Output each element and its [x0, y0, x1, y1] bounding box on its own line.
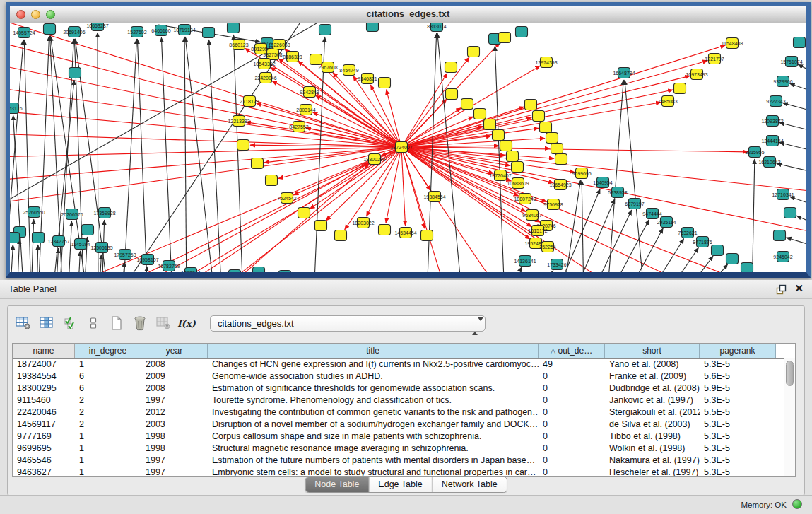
graph-edge[interactable] — [31, 219, 34, 272]
graph-node[interactable] — [794, 37, 806, 48]
minimize-window-button[interactable] — [31, 10, 40, 19]
graph-node[interactable] — [279, 271, 291, 273]
table-row[interactable]: 911546021997Tourette syndrome. Phenomeno… — [13, 395, 784, 407]
graph-node[interactable] — [468, 47, 480, 57]
graph-edge[interactable] — [495, 46, 505, 272]
graph-edge[interactable] — [401, 128, 539, 147]
graph-node[interactable] — [266, 175, 278, 186]
graph-node[interactable] — [507, 151, 519, 162]
graph-edge[interactable] — [798, 64, 806, 71]
graph-edge[interactable] — [796, 216, 806, 223]
graph-node[interactable] — [298, 208, 310, 218]
table-row[interactable]: 977716911998Corpus callosum shape and si… — [13, 431, 784, 443]
graph-node[interactable] — [229, 270, 241, 273]
graph-edge[interactable] — [78, 251, 80, 272]
tab-edge-table[interactable]: Edge Table — [369, 477, 432, 492]
graph-edge[interactable] — [17, 239, 20, 272]
table-options-button[interactable] — [15, 315, 32, 332]
graph-node[interactable] — [421, 230, 433, 241]
table-row[interactable]: 946554611997Estimation of the future num… — [13, 455, 784, 467]
graph-edge[interactable] — [401, 107, 461, 147]
show-column-button[interactable] — [38, 315, 55, 332]
graph-node[interactable] — [516, 27, 528, 37]
close-panel-icon[interactable]: ✕ — [794, 282, 804, 295]
graph-node[interactable] — [533, 111, 545, 122]
function-builder-button[interactable]: f(x) — [178, 315, 195, 332]
graph-edge[interactable] — [310, 147, 401, 209]
graph-edge[interactable] — [215, 164, 369, 272]
column-header-in-degree[interactable]: in_degree — [75, 344, 141, 358]
graph-edge[interactable] — [699, 264, 728, 272]
graph-node[interactable] — [252, 158, 264, 169]
column-header-out-degree[interactable]: △out_de… — [539, 344, 605, 358]
table-row[interactable]: 969969511998Structural magnetic resonanc… — [13, 443, 784, 455]
graph-node[interactable] — [461, 99, 473, 110]
graph-edge[interactable] — [779, 142, 806, 151]
graph-node[interactable] — [379, 225, 391, 235]
table-row[interactable]: 1830029562008Estimation of significance … — [13, 382, 784, 395]
float-panel-icon[interactable] — [776, 284, 787, 295]
graph-node[interactable] — [474, 109, 486, 119]
table-scrollbar-thumb[interactable] — [786, 361, 794, 386]
graph-node[interactable] — [499, 33, 511, 43]
graph-edge[interactable] — [123, 39, 136, 272]
table-select-dropdown[interactable]: citations_edges.txt — [210, 315, 486, 332]
graph-node[interactable] — [228, 23, 240, 33]
graph-edge[interactable] — [779, 122, 806, 131]
close-window-button[interactable] — [16, 10, 25, 19]
graph-node[interactable] — [69, 68, 81, 78]
graph-edge[interactable] — [607, 220, 649, 272]
table-scrollbar[interactable] — [784, 358, 795, 476]
column-header-short[interactable]: short — [605, 344, 700, 358]
graph-node[interactable] — [484, 119, 496, 130]
graph-edge[interactable] — [98, 33, 98, 272]
graph-edge[interactable] — [664, 247, 698, 272]
graph-edge[interactable] — [95, 147, 401, 272]
column-header-year[interactable]: year — [141, 344, 208, 358]
table-row[interactable]: 946362711997Embryonic stem cells: a mode… — [13, 467, 784, 476]
graph-node[interactable] — [500, 141, 512, 151]
graph-node[interactable] — [741, 263, 753, 273]
graph-node[interactable] — [712, 245, 724, 256]
graph-edge[interactable] — [137, 39, 148, 272]
tab-network-table[interactable]: Network Table — [433, 477, 507, 492]
import-table-button[interactable] — [155, 315, 172, 332]
graph-edge[interactable] — [37, 245, 38, 272]
graph-node[interactable] — [674, 83, 686, 94]
graph-node[interactable] — [44, 24, 56, 35]
graph-edge[interactable] — [789, 197, 806, 204]
graph-edge[interactable] — [144, 267, 147, 272]
graph-node[interactable] — [82, 225, 94, 235]
graph-node[interactable] — [784, 208, 796, 218]
graph-node[interactable] — [445, 62, 457, 73]
graph-edge[interactable] — [10, 147, 401, 207]
graph-node[interactable] — [319, 25, 331, 35]
graph-node[interactable] — [10, 233, 20, 243]
column-header-title[interactable]: title — [208, 344, 539, 358]
graph-edge[interactable] — [646, 238, 684, 272]
graph-node[interactable] — [33, 233, 45, 243]
graph-node[interactable] — [493, 130, 505, 141]
graph-node[interactable] — [310, 54, 322, 65]
graph-node[interactable] — [555, 154, 567, 165]
graph-node[interactable] — [237, 140, 249, 151]
graph-edge[interactable] — [625, 228, 663, 272]
graph-edge[interactable] — [184, 37, 187, 272]
graph-node[interactable] — [551, 144, 563, 154]
graph-node[interactable] — [512, 162, 524, 173]
graph-edge[interactable] — [681, 256, 713, 272]
graph-edge[interactable] — [401, 147, 806, 235]
graph-edge[interactable] — [783, 103, 806, 111]
table-row[interactable]: 2242004622012Investigating the contribut… — [13, 407, 784, 419]
column-header-name[interactable]: name — [13, 344, 75, 358]
graph-edge[interactable] — [582, 180, 584, 272]
graph-edge[interactable] — [787, 238, 806, 245]
table-row[interactable]: 1456911722003Disruption of a novel membe… — [13, 419, 784, 431]
graph-edge[interactable] — [10, 245, 13, 272]
row-height-button[interactable] — [85, 315, 102, 332]
table-row[interactable]: 1938455462009Genome-wide association stu… — [13, 370, 784, 382]
graph-node[interactable] — [446, 89, 458, 100]
graph-edge[interactable] — [789, 83, 806, 91]
graph-node[interactable] — [315, 221, 327, 231]
graph-node[interactable] — [726, 254, 739, 264]
